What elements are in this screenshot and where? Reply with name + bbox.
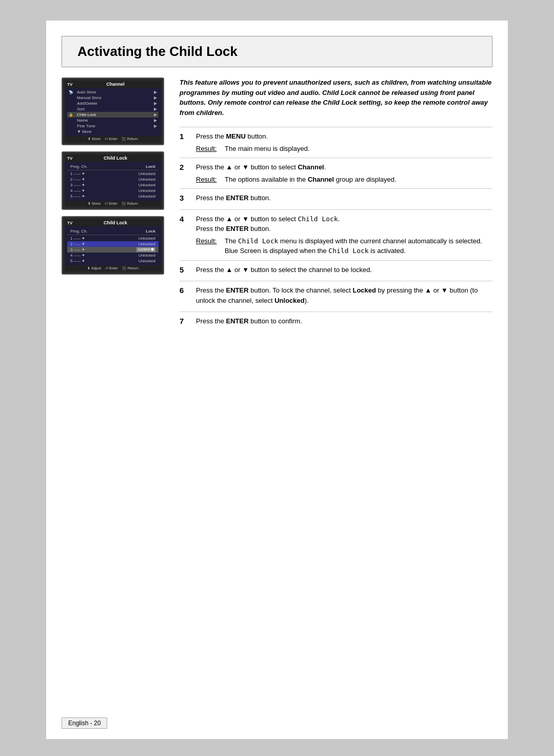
enter-label: ⏎ Enter	[105, 137, 117, 141]
tv-screen3-footer: ⬆ Adjust ⏎ Enter ⬛ Return	[65, 265, 161, 272]
step-4-content: Press the ▲ or ▼ button to select Child …	[196, 214, 492, 256]
ch-row-3-2: 2 ----- ✦ Unlocked	[67, 241, 159, 247]
tv-menu-row-6: Name ▶	[67, 118, 159, 123]
step-5-content: Press the ▲ or ▼ button to select the ch…	[196, 265, 492, 277]
tv-screen3-body: Prog. Ch. Lock 1 ----- ✦ Unlocked 2 ----…	[65, 226, 161, 265]
tv-screen2-title: Child Lock	[72, 156, 159, 161]
tv-screen1-label: TV	[67, 82, 72, 87]
step-2-number: 2	[180, 162, 190, 184]
step-3: 3 Press the ENTER button.	[180, 188, 492, 209]
enter-label-3: ⏎ Enter	[105, 266, 118, 270]
move-label: ⬆ Move	[88, 137, 101, 141]
tv-screen1-header: TV Channel	[65, 81, 161, 88]
tv-screen-1: TV Channel 📡 Auto Store ▶ Manual Store	[62, 77, 164, 145]
step-6: 6 Press the ENTER button. To lock the ch…	[180, 281, 492, 312]
return-label-3: ⬛ Return	[122, 266, 138, 270]
step-4-result-label: Result:	[196, 236, 222, 256]
lock-icon: 🔒	[69, 113, 76, 117]
ch-row-3-3: 3 ----- ✦ Locked ⬢	[67, 247, 159, 253]
step-4-instruction: Press the ▲ or ▼ button to select Child …	[196, 214, 492, 234]
step-6-number: 6	[180, 285, 190, 307]
tv-screen2-footer: ⬆ Move ⏎ Enter ⬛ Return	[65, 201, 161, 207]
antenna-icon: 📡	[69, 90, 76, 94]
step-5-number: 5	[180, 265, 190, 277]
tv-screen3-label: TV	[67, 221, 72, 225]
ch-row-2-2: 2 ----- ✦ Unlocked	[67, 177, 159, 182]
step-6-content: Press the ENTER button. To lock the chan…	[196, 285, 492, 307]
step-1: 1 Press the MENU button. Result: The mai…	[180, 127, 492, 158]
step-4-number: 4	[180, 214, 190, 256]
ch-row-2-4: 4 ----- ✦ Unlocked	[67, 188, 159, 193]
ch-header-2: Prog. Ch. Lock	[67, 163, 159, 170]
step-7: 7 Press the ENTER button to confirm.	[180, 312, 492, 333]
tv-menu-row-1: 📡 Auto Store ▶	[67, 89, 159, 95]
tv-screen1-title: Channel	[72, 82, 159, 87]
step-3-number: 3	[180, 193, 190, 205]
tv-screen-2: TV Child Lock Prog. Ch. Lock 1 ----- ✦ U…	[62, 151, 164, 210]
step-2: 2 Press the ▲ or ▼ button to select Chan…	[180, 158, 492, 188]
ch-row-3-5: 5 ----- ✦ Unlocked	[67, 258, 159, 264]
tv-screen1-body: 📡 Auto Store ▶ Manual Store ▶ Add/Delete	[65, 88, 161, 136]
ch-row-2-3: 3 ----- ✦ Unlocked	[67, 182, 159, 188]
tv-menu-row-3: Add/Delete ▶	[67, 101, 159, 106]
adjust-label: ⬆ Adjust	[87, 266, 101, 270]
ch-row-3-1: 1 ----- ✦ Unlocked	[67, 236, 159, 241]
step-7-content: Press the ENTER button to confirm.	[196, 316, 492, 328]
tv-screen3-header: TV Child Lock	[65, 219, 161, 226]
step-4: 4 Press the ▲ or ▼ button to select Chil…	[180, 209, 492, 260]
tv-menu-row-2: Manual Store ▶	[67, 95, 159, 101]
return-label: ⬛ Return	[122, 137, 138, 141]
return-label-2: ⬛ Return	[122, 202, 138, 206]
step-3-content: Press the ENTER button.	[196, 193, 492, 205]
step-7-instruction: Press the ENTER button to confirm.	[196, 316, 492, 326]
tv-inner-3: TV Child Lock Prog. Ch. Lock 1 ----- ✦ U…	[65, 219, 161, 272]
step-2-content: Press the ▲ or ▼ button to select Channe…	[196, 162, 492, 184]
step-2-result: Result: The options available in the Cha…	[196, 175, 492, 185]
tv-menu-row-8: ▼ More	[67, 129, 159, 134]
tv-screen2-header: TV Child Lock	[65, 154, 161, 162]
tv-screen2-body: Prog. Ch. Lock 1 ----- ✦ Unlocked 2 ----…	[65, 162, 161, 201]
tv-screen1-footer: ⬆ Move ⏎ Enter ⬛ Return	[65, 136, 161, 142]
step-6-instruction: Press the ENTER button. To lock the chan…	[196, 285, 492, 305]
intro-text: This feature allows you to prevent unaut…	[180, 77, 492, 118]
step-1-instruction: Press the MENU button.	[196, 131, 492, 142]
ch-row-2-5: 5 ----- ✦ Unlocked	[67, 193, 159, 199]
page-footer: English - 20	[62, 718, 107, 729]
tv-inner-1: TV Channel 📡 Auto Store ▶ Manual Store	[65, 81, 161, 142]
footer-text: English - 20	[68, 720, 101, 727]
move-label-2: ⬆ Move	[88, 202, 101, 206]
right-column: This feature allows you to prevent unaut…	[180, 77, 492, 333]
tv-screen3-title: Child Lock	[72, 220, 159, 225]
tv-screen-3: TV Child Lock Prog. Ch. Lock 1 ----- ✦ U…	[62, 216, 164, 275]
tv-inner-2: TV Child Lock Prog. Ch. Lock 1 ----- ✦ U…	[65, 154, 161, 207]
title-bar: Activating the Child Lock	[62, 36, 492, 67]
step-2-result-label: Result:	[196, 175, 222, 185]
ch-row-3-4: 4 ----- ✦ Unlocked	[67, 253, 159, 258]
step-3-instruction: Press the ENTER button.	[196, 193, 492, 203]
left-column: TV Channel 📡 Auto Store ▶ Manual Store	[62, 77, 169, 333]
tv-screen2-label: TV	[67, 156, 72, 161]
page: Activating the Child Lock TV Channel 📡 A…	[46, 21, 508, 739]
step-1-result-text: The main menu is displayed.	[225, 144, 309, 154]
main-content: TV Channel 📡 Auto Store ▶ Manual Store	[46, 77, 508, 333]
ch-header-3: Prog. Ch. Lock	[67, 228, 159, 235]
tv-menu-row-4: Sort ▶	[67, 106, 159, 112]
ch-row-2-1: 1 ----- ✦ Unlocked	[67, 171, 159, 177]
step-4-result-text: The Child Lock menu is displayed with th…	[225, 236, 482, 256]
step-1-result: Result: The main menu is displayed.	[196, 144, 492, 154]
step-7-number: 7	[180, 316, 190, 328]
step-1-content: Press the MENU button. Result: The main …	[196, 131, 492, 153]
page-title: Activating the Child Lock	[77, 44, 477, 60]
step-2-result-text: The options available in the Channel gro…	[225, 175, 397, 185]
step-1-result-label: Result:	[196, 144, 222, 154]
tv-menu-row-7: Fine Tune ▶	[67, 123, 159, 129]
step-1-number: 1	[180, 131, 190, 153]
enter-label-2: ⏎ Enter	[105, 202, 117, 206]
tv-menu-row-5-childlock: 🔒 Child Lock ▶	[67, 112, 159, 118]
step-2-instruction: Press the ▲ or ▼ button to select Channe…	[196, 162, 492, 172]
step-5-instruction: Press the ▲ or ▼ button to select the ch…	[196, 265, 492, 275]
step-5: 5 Press the ▲ or ▼ button to select the …	[180, 260, 492, 281]
step-4-result: Result: The Child Lock menu is displayed…	[196, 236, 492, 256]
